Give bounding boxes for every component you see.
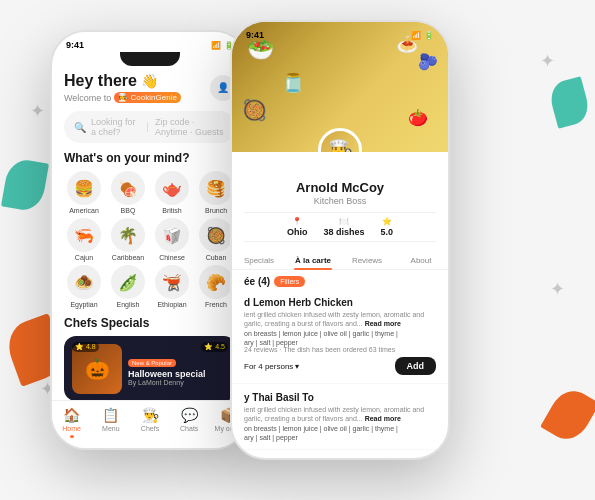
category-label: BBQ bbox=[121, 207, 136, 214]
leaf-decoration-teal-right bbox=[547, 76, 592, 129]
category-item[interactable]: 🫖 British bbox=[152, 171, 192, 214]
category-label: American bbox=[69, 207, 99, 214]
status-time: 9:41 bbox=[66, 40, 84, 50]
category-label: English bbox=[117, 301, 140, 308]
stat-icon: 🍽️ bbox=[339, 217, 349, 226]
category-label: Cuban bbox=[206, 254, 227, 261]
nav-item-chefs[interactable]: 👨‍🍳 Chefs bbox=[130, 407, 169, 438]
nav-label: Menu bbox=[102, 425, 120, 432]
menu-tab-reviews[interactable]: Reviews bbox=[340, 252, 394, 269]
menu-item-ingredients: on breasts | lemon juice | olive oil | g… bbox=[244, 425, 436, 432]
read-more-link[interactable]: Read more bbox=[365, 415, 401, 422]
category-item[interactable]: 🥡 Chinese bbox=[152, 218, 192, 261]
greeting-section: Hey there 👋 Welcome to 🧑‍🍳 CookinGenie bbox=[64, 72, 181, 103]
search-icon: 🔍 bbox=[74, 122, 86, 133]
category-item[interactable]: 🦐 Cajun bbox=[64, 218, 104, 261]
category-circle: 🫕 bbox=[155, 265, 189, 299]
categories-grid: 🍔 American 🍖 BBQ 🫖 British 🥞 Brunch 🦐 Ca… bbox=[64, 171, 236, 308]
specials-info: New & Popular Halloween special By LaMon… bbox=[122, 351, 228, 386]
leaf-decoration-orange-right bbox=[540, 383, 595, 446]
category-item[interactable]: 🧆 Egyptian bbox=[64, 265, 104, 308]
category-circle: 🫖 bbox=[155, 171, 189, 205]
nav-icon: 👨‍🍳 bbox=[142, 407, 159, 423]
nav-label: Chats bbox=[180, 425, 198, 432]
search-divider bbox=[147, 122, 148, 132]
filters-button[interactable]: Filters bbox=[274, 276, 305, 287]
category-item[interactable]: 🍔 American bbox=[64, 171, 104, 214]
search-placeholder: Looking for a chef? bbox=[91, 117, 140, 137]
sparkle-4: ✦ bbox=[550, 278, 565, 300]
serving-text: For 4 persons bbox=[244, 362, 293, 371]
notch bbox=[120, 52, 180, 66]
sparkle-2: ✦ bbox=[30, 100, 45, 122]
category-label: French bbox=[205, 301, 227, 308]
nav-item-chats[interactable]: 💬 Chats bbox=[170, 407, 209, 438]
category-label: Brunch bbox=[205, 207, 227, 214]
category-circle: 🦐 bbox=[67, 218, 101, 252]
category-item[interactable]: 🍖 BBQ bbox=[108, 171, 148, 214]
category-label: Caribbean bbox=[112, 254, 144, 261]
serving-select[interactable]: For 4 persons ▾ bbox=[244, 362, 299, 371]
nav-label: Home bbox=[62, 425, 81, 432]
menu-item-card: y Thai Basil To ient grilled chicken inf… bbox=[232, 384, 448, 450]
stat-item: 📍 Ohio bbox=[287, 217, 308, 237]
category-label: Chinese bbox=[159, 254, 185, 261]
stat-icon: ⭐ bbox=[382, 217, 392, 226]
specials-rating-right: ⭐ 4.5 bbox=[201, 342, 228, 352]
specials-name: Halloween special bbox=[128, 369, 228, 379]
nav-label: Chefs bbox=[141, 425, 159, 432]
nav-item-menu[interactable]: 📋 Menu bbox=[91, 407, 130, 438]
chef-title: Kitchen Boss bbox=[244, 196, 436, 206]
chevron-down-icon: ▾ bbox=[295, 362, 299, 371]
category-circle: 🫛 bbox=[111, 265, 145, 299]
section-header-row: ée (4) Filters bbox=[232, 270, 448, 289]
specials-badge: New & Popular bbox=[128, 359, 176, 367]
menu-item-desc: ient grilled chicken infused with zesty … bbox=[244, 405, 436, 423]
stat-item: ⭐ 5.0 bbox=[381, 217, 394, 237]
category-label: Cajun bbox=[75, 254, 93, 261]
menu-item-desc: ient grilled chicken infused with zesty … bbox=[244, 310, 436, 328]
category-label: Ethiopian bbox=[157, 301, 186, 308]
nav-active-dot bbox=[70, 435, 74, 438]
category-circle: 🥞 bbox=[199, 171, 233, 205]
nav-icon: 🏠 bbox=[63, 407, 80, 423]
add-button[interactable]: Add bbox=[395, 357, 437, 375]
stat-item: 🍽️ 38 dishes bbox=[323, 217, 364, 237]
chef-stats: 📍 Ohio 🍽️ 38 dishes ⭐ 5.0 bbox=[244, 212, 436, 242]
greeting-row: Hey there 👋 Welcome to 🧑‍🍳 CookinGenie 👤 bbox=[64, 72, 236, 103]
category-circle: 🌴 bbox=[111, 218, 145, 252]
phone-1-screen: Hey there 👋 Welcome to 🧑‍🍳 CookinGenie 👤… bbox=[52, 68, 248, 424]
menu-item-footer: For 4 persons ▾ Add bbox=[244, 357, 436, 375]
menu-item-name: y Thai Basil To bbox=[244, 392, 436, 403]
category-circle: 🍔 bbox=[67, 171, 101, 205]
category-circle: 🥐 bbox=[199, 265, 233, 299]
menu-tab-specials[interactable]: Specials bbox=[232, 252, 286, 269]
search-bar[interactable]: 🔍 Looking for a chef? Zip code · Anytime… bbox=[64, 111, 236, 143]
menu-item-name: d Lemon Herb Chicken bbox=[244, 297, 436, 308]
status-icons-2: 📶 🔋 bbox=[411, 31, 434, 40]
specials-card[interactable]: ⭐ 4.8 ⭐ 4.5 🎃 New & Popular Halloween sp… bbox=[64, 336, 236, 401]
category-item[interactable]: 🫛 English bbox=[108, 265, 148, 308]
menu-items-container: d Lemon Herb Chicken ient grilled chicke… bbox=[232, 289, 448, 450]
welcome-text: Welcome to bbox=[64, 93, 111, 103]
menu-item-ingredients-2: ary | salt | pepper bbox=[244, 339, 436, 346]
leaf-decoration-teal-left bbox=[1, 157, 49, 213]
read-more-link[interactable]: Read more bbox=[365, 320, 401, 327]
category-circle: 🍖 bbox=[111, 171, 145, 205]
category-label: Egyptian bbox=[70, 301, 97, 308]
welcome-row: Welcome to 🧑‍🍳 CookinGenie bbox=[64, 92, 181, 103]
nav-item-home[interactable]: 🏠 Home bbox=[52, 407, 91, 438]
phones-container: 9:41 📶 🔋 Hey there 👋 Welcome to bbox=[50, 20, 450, 460]
search-sub-placeholder: Zip code · Anytime · Guests bbox=[155, 117, 226, 137]
menu-item-meta: 24 reviews · The dish has been ordered 6… bbox=[244, 346, 436, 353]
category-circle: 🥘 bbox=[199, 218, 233, 252]
menu-tab-about[interactable]: About bbox=[394, 252, 448, 269]
sparkle-3: ✦ bbox=[540, 50, 555, 72]
category-label: British bbox=[162, 207, 181, 214]
chef-info-section: Arnold McCoy Kitchen Boss 📍 Ohio 🍽️ 38 d… bbox=[232, 152, 448, 248]
greeting-wave: 👋 bbox=[141, 73, 158, 89]
menu-tab-à-la-carte[interactable]: À la carte bbox=[286, 252, 340, 269]
category-item[interactable]: 🫕 Ethiopian bbox=[152, 265, 192, 308]
category-item[interactable]: 🌴 Caribbean bbox=[108, 218, 148, 261]
category-circle: 🧆 bbox=[67, 265, 101, 299]
